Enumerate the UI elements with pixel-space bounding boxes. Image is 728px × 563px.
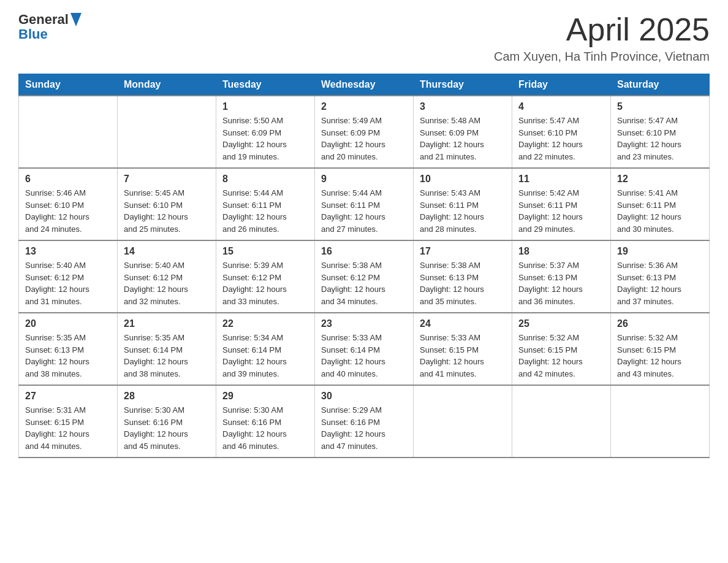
day-info: Sunrise: 5:33 AM Sunset: 6:14 PM Dayligh… bbox=[321, 332, 407, 380]
calendar-cell: 17Sunrise: 5:38 AM Sunset: 6:13 PM Dayli… bbox=[414, 240, 512, 313]
calendar-cell: 24Sunrise: 5:33 AM Sunset: 6:15 PM Dayli… bbox=[414, 313, 512, 385]
day-number: 10 bbox=[420, 174, 506, 185]
calendar-cell bbox=[512, 385, 611, 458]
calendar-week-row: 1Sunrise: 5:50 AM Sunset: 6:09 PM Daylig… bbox=[19, 96, 710, 168]
day-number: 16 bbox=[321, 246, 407, 257]
calendar-header-row: SundayMondayTuesdayWednesdayThursdayFrid… bbox=[19, 74, 710, 96]
day-info: Sunrise: 5:38 AM Sunset: 6:12 PM Dayligh… bbox=[321, 259, 407, 307]
day-number: 22 bbox=[222, 318, 308, 329]
day-number: 11 bbox=[518, 174, 604, 185]
month-title: April 2025 bbox=[494, 12, 710, 47]
calendar-cell: 9Sunrise: 5:44 AM Sunset: 6:11 PM Daylig… bbox=[315, 168, 414, 240]
day-info: Sunrise: 5:40 AM Sunset: 6:12 PM Dayligh… bbox=[124, 259, 210, 307]
day-info: Sunrise: 5:49 AM Sunset: 6:09 PM Dayligh… bbox=[321, 115, 407, 163]
calendar-cell: 18Sunrise: 5:37 AM Sunset: 6:13 PM Dayli… bbox=[512, 240, 611, 313]
calendar-week-row: 20Sunrise: 5:35 AM Sunset: 6:13 PM Dayli… bbox=[19, 313, 710, 385]
day-number: 8 bbox=[222, 174, 308, 185]
day-info: Sunrise: 5:31 AM Sunset: 6:15 PM Dayligh… bbox=[25, 404, 111, 452]
calendar-cell: 23Sunrise: 5:33 AM Sunset: 6:14 PM Dayli… bbox=[315, 313, 414, 385]
day-number: 2 bbox=[321, 101, 407, 112]
day-number: 26 bbox=[617, 318, 703, 329]
calendar-cell: 22Sunrise: 5:34 AM Sunset: 6:14 PM Dayli… bbox=[216, 313, 315, 385]
day-number: 4 bbox=[518, 101, 604, 112]
weekday-header-friday: Friday bbox=[512, 74, 611, 96]
calendar-week-row: 13Sunrise: 5:40 AM Sunset: 6:12 PM Dayli… bbox=[19, 240, 710, 313]
day-number: 12 bbox=[617, 174, 703, 185]
calendar-cell bbox=[118, 96, 216, 168]
logo-blue-text: Blue bbox=[18, 27, 82, 42]
day-number: 13 bbox=[25, 246, 111, 257]
calendar-week-row: 6Sunrise: 5:46 AM Sunset: 6:10 PM Daylig… bbox=[19, 168, 710, 240]
calendar-cell: 26Sunrise: 5:32 AM Sunset: 6:15 PM Dayli… bbox=[611, 313, 710, 385]
day-number: 3 bbox=[420, 101, 506, 112]
day-number: 9 bbox=[321, 174, 407, 185]
calendar-cell: 21Sunrise: 5:35 AM Sunset: 6:14 PM Dayli… bbox=[118, 313, 216, 385]
day-info: Sunrise: 5:41 AM Sunset: 6:11 PM Dayligh… bbox=[617, 187, 703, 235]
calendar-cell: 15Sunrise: 5:39 AM Sunset: 6:12 PM Dayli… bbox=[216, 240, 315, 313]
day-info: Sunrise: 5:50 AM Sunset: 6:09 PM Dayligh… bbox=[222, 115, 308, 163]
calendar-cell: 25Sunrise: 5:32 AM Sunset: 6:15 PM Dayli… bbox=[512, 313, 611, 385]
calendar-cell: 3Sunrise: 5:48 AM Sunset: 6:09 PM Daylig… bbox=[414, 96, 512, 168]
day-info: Sunrise: 5:47 AM Sunset: 6:10 PM Dayligh… bbox=[617, 115, 703, 163]
title-area: April 2025 Cam Xuyen, Ha Tinh Province, … bbox=[494, 12, 710, 64]
calendar-cell: 8Sunrise: 5:44 AM Sunset: 6:11 PM Daylig… bbox=[216, 168, 315, 240]
day-info: Sunrise: 5:48 AM Sunset: 6:09 PM Dayligh… bbox=[420, 115, 506, 163]
day-info: Sunrise: 5:33 AM Sunset: 6:15 PM Dayligh… bbox=[420, 332, 506, 380]
day-info: Sunrise: 5:35 AM Sunset: 6:14 PM Dayligh… bbox=[124, 332, 210, 380]
day-number: 5 bbox=[617, 101, 703, 112]
day-number: 28 bbox=[124, 391, 210, 402]
calendar-cell: 19Sunrise: 5:36 AM Sunset: 6:13 PM Dayli… bbox=[611, 240, 710, 313]
day-info: Sunrise: 5:30 AM Sunset: 6:16 PM Dayligh… bbox=[222, 404, 308, 452]
day-info: Sunrise: 5:44 AM Sunset: 6:11 PM Dayligh… bbox=[222, 187, 308, 235]
day-number: 6 bbox=[25, 174, 111, 185]
calendar-cell: 6Sunrise: 5:46 AM Sunset: 6:10 PM Daylig… bbox=[19, 168, 118, 240]
day-number: 25 bbox=[518, 318, 604, 329]
day-info: Sunrise: 5:36 AM Sunset: 6:13 PM Dayligh… bbox=[617, 259, 703, 307]
day-info: Sunrise: 5:32 AM Sunset: 6:15 PM Dayligh… bbox=[518, 332, 604, 380]
day-info: Sunrise: 5:44 AM Sunset: 6:11 PM Dayligh… bbox=[321, 187, 407, 235]
day-number: 1 bbox=[222, 101, 308, 112]
day-number: 29 bbox=[222, 391, 308, 402]
calendar-cell: 4Sunrise: 5:47 AM Sunset: 6:10 PM Daylig… bbox=[512, 96, 611, 168]
day-number: 18 bbox=[518, 246, 604, 257]
day-info: Sunrise: 5:46 AM Sunset: 6:10 PM Dayligh… bbox=[25, 187, 111, 235]
logo-triangle-icon bbox=[70, 13, 82, 26]
calendar-cell: 29Sunrise: 5:30 AM Sunset: 6:16 PM Dayli… bbox=[216, 385, 315, 458]
day-info: Sunrise: 5:34 AM Sunset: 6:14 PM Dayligh… bbox=[222, 332, 308, 380]
calendar-cell: 11Sunrise: 5:42 AM Sunset: 6:11 PM Dayli… bbox=[512, 168, 611, 240]
calendar-cell: 7Sunrise: 5:45 AM Sunset: 6:10 PM Daylig… bbox=[118, 168, 216, 240]
weekday-header-thursday: Thursday bbox=[414, 74, 512, 96]
calendar-cell: 27Sunrise: 5:31 AM Sunset: 6:15 PM Dayli… bbox=[19, 385, 118, 458]
day-number: 7 bbox=[124, 174, 210, 185]
logo: General Blue bbox=[18, 12, 82, 42]
day-info: Sunrise: 5:32 AM Sunset: 6:15 PM Dayligh… bbox=[617, 332, 703, 380]
calendar-cell: 20Sunrise: 5:35 AM Sunset: 6:13 PM Dayli… bbox=[19, 313, 118, 385]
calendar-cell: 1Sunrise: 5:50 AM Sunset: 6:09 PM Daylig… bbox=[216, 96, 315, 168]
day-info: Sunrise: 5:35 AM Sunset: 6:13 PM Dayligh… bbox=[25, 332, 111, 380]
day-info: Sunrise: 5:37 AM Sunset: 6:13 PM Dayligh… bbox=[518, 259, 604, 307]
calendar-cell: 16Sunrise: 5:38 AM Sunset: 6:12 PM Dayli… bbox=[315, 240, 414, 313]
day-number: 21 bbox=[124, 318, 210, 329]
calendar-week-row: 27Sunrise: 5:31 AM Sunset: 6:15 PM Dayli… bbox=[19, 385, 710, 458]
day-info: Sunrise: 5:43 AM Sunset: 6:11 PM Dayligh… bbox=[420, 187, 506, 235]
day-number: 24 bbox=[420, 318, 506, 329]
day-info: Sunrise: 5:47 AM Sunset: 6:10 PM Dayligh… bbox=[518, 115, 604, 163]
day-number: 19 bbox=[617, 246, 703, 257]
calendar-cell: 10Sunrise: 5:43 AM Sunset: 6:11 PM Dayli… bbox=[414, 168, 512, 240]
calendar-cell bbox=[611, 385, 710, 458]
day-info: Sunrise: 5:29 AM Sunset: 6:16 PM Dayligh… bbox=[321, 404, 407, 452]
day-number: 15 bbox=[222, 246, 308, 257]
svg-marker-0 bbox=[70, 13, 82, 26]
calendar-cell bbox=[414, 385, 512, 458]
calendar-cell: 13Sunrise: 5:40 AM Sunset: 6:12 PM Dayli… bbox=[19, 240, 118, 313]
calendar-cell: 2Sunrise: 5:49 AM Sunset: 6:09 PM Daylig… bbox=[315, 96, 414, 168]
weekday-header-monday: Monday bbox=[118, 74, 216, 96]
day-info: Sunrise: 5:30 AM Sunset: 6:16 PM Dayligh… bbox=[124, 404, 210, 452]
day-number: 14 bbox=[124, 246, 210, 257]
day-number: 30 bbox=[321, 391, 407, 402]
day-info: Sunrise: 5:42 AM Sunset: 6:11 PM Dayligh… bbox=[518, 187, 604, 235]
calendar-cell bbox=[19, 96, 118, 168]
weekday-header-tuesday: Tuesday bbox=[216, 74, 315, 96]
day-number: 23 bbox=[321, 318, 407, 329]
day-info: Sunrise: 5:40 AM Sunset: 6:12 PM Dayligh… bbox=[25, 259, 111, 307]
